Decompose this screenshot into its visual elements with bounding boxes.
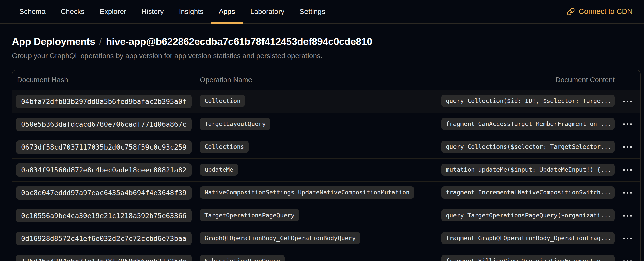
operation-name-cell: Collections — [200, 141, 441, 154]
row-menu-button[interactable] — [621, 211, 634, 220]
main-content: App Deployments / hive-app@b622862ecdba7… — [0, 36, 644, 261]
document-content-cell: fragment BillingView_OrganizationFragmen… — [441, 255, 615, 261]
operation-name-cell: GraphQLOperationBody_GetOperationBodyQue… — [200, 232, 441, 245]
nav-item-label: Checks — [61, 8, 84, 16]
column-header-document-hash: Document Hash — [12, 76, 200, 84]
row-menu-button[interactable] — [621, 188, 634, 197]
operation-name-value: SubscriptionPageQuery — [200, 255, 285, 261]
document-hash-cell: 0c10556a9be4ca30e19e21c1218a592b75e63366 — [12, 209, 200, 222]
document-content-value: fragment CanAccessTarget_MemberFragment … — [441, 118, 615, 130]
operation-name-cell: updateMe — [200, 164, 441, 177]
document-content-cell: fragment GraphQLOperationBody_OperationF… — [441, 232, 615, 245]
nav-item-label: Insights — [179, 8, 203, 16]
document-content-cell: mutation updateMe($input: UpdateMeInput!… — [441, 164, 615, 177]
operation-name-cell: NativeCompositionSettings_UpdateNativeCo… — [200, 186, 441, 200]
nav-tabs: Schema Checks Explorer History Insights … — [12, 0, 333, 23]
table-row[interactable]: 126d46a4284abe31c13c78f7959d56eeb21725dc… — [12, 250, 640, 261]
nav-tab-settings[interactable]: Settings — [292, 0, 333, 23]
nav-tab-checks[interactable]: Checks — [53, 0, 92, 23]
row-menu-button[interactable] — [621, 234, 634, 243]
document-content-value: mutation updateMe($input: UpdateMeInput!… — [441, 164, 615, 176]
connect-to-cdn-label: Connect to CDN — [579, 7, 633, 16]
document-hash-cell: 0673df58cd7037117035b2d0c758f59c0c93c259 — [12, 140, 200, 154]
document-hash-cell: 050e5b363dafdcacd6780e706cadf771d06a867c — [12, 118, 200, 131]
document-hash-value: 126d46a4284abe31c13c78f7959d56eeb21725dc — [16, 255, 192, 261]
row-menu-button[interactable] — [621, 97, 634, 106]
nav-item-label: Settings — [300, 8, 325, 16]
breadcrumb-separator: / — [99, 36, 102, 47]
top-navbar: Schema Checks Explorer History Insights … — [0, 0, 644, 24]
nav-spacer — [333, 0, 567, 23]
document-content-value: fragment IncrementalNativeCompositionSwi… — [441, 186, 615, 199]
nav-tab-apps[interactable]: Apps — [211, 0, 243, 23]
ellipsis-icon — [623, 238, 632, 239]
document-hash-value: 0ac8e047eddd97a97eac6435a4b694f4e3648f39 — [16, 186, 192, 200]
ellipsis-icon — [623, 192, 632, 194]
nav-tab-explorer[interactable]: Explorer — [92, 0, 134, 23]
document-hash-cell: 0ac8e047eddd97a97eac6435a4b694f4e3648f39 — [12, 186, 200, 200]
table-row[interactable]: 0ac8e047eddd97a97eac6435a4b694f4e3648f39… — [12, 181, 640, 204]
document-content-value: fragment BillingView_OrganizationFragmen… — [441, 255, 615, 261]
table-row[interactable]: 04bfa72dfb83b297dd8a5b6fed9bafac2b395a0f… — [12, 90, 640, 113]
document-content-cell: fragment CanAccessTarget_MemberFragment … — [441, 118, 615, 131]
nav-item-label: Explorer — [100, 8, 126, 16]
operation-name-cell: SubscriptionPageQuery — [200, 255, 441, 261]
operation-name-value: Collection — [200, 95, 245, 107]
ellipsis-icon — [623, 169, 632, 171]
nav-tab-laboratory[interactable]: Laboratory — [243, 0, 292, 23]
operation-name-value: NativeCompositionSettings_UpdateNativeCo… — [200, 186, 414, 199]
document-hash-value: 0a834f91560d872e8c4bec0ade18ceec88821a82 — [16, 163, 192, 177]
table-row[interactable]: 0c10556a9be4ca30e19e21c1218a592b75e63366… — [12, 204, 640, 227]
row-menu-button[interactable] — [621, 257, 634, 261]
nav-item-label: History — [141, 8, 164, 16]
document-content-value: fragment GraphQLOperationBody_OperationF… — [441, 232, 615, 244]
document-hash-value: 0673df58cd7037117035b2d0c758f59c0c93c259 — [16, 140, 192, 154]
row-menu-button[interactable] — [621, 166, 634, 174]
document-content-cell: query TargetOperationsPageQuery($organiz… — [441, 209, 615, 222]
document-content-value: query TargetOperationsPageQuery($organiz… — [441, 209, 615, 221]
document-hash-cell: 126d46a4284abe31c13c78f7959d56eeb21725dc — [12, 255, 200, 261]
table-row[interactable]: 0673df58cd7037117035b2d0c758f59c0c93c259… — [12, 136, 640, 158]
nav-tab-insights[interactable]: Insights — [171, 0, 211, 23]
connect-to-cdn-button[interactable]: Connect to CDN — [567, 0, 633, 23]
table-row[interactable]: 050e5b363dafdcacd6780e706cadf771d06a867c… — [12, 113, 640, 136]
column-header-document-content: Document Content — [441, 76, 615, 84]
operation-name-cell: TargetLayoutQuery — [200, 118, 441, 131]
page-head: App Deployments / hive-app@b622862ecdba7… — [12, 36, 644, 60]
document-content-cell: query Collection($id: ID!, $selector: Ta… — [441, 95, 615, 108]
table-body: 04bfa72dfb83b297dd8a5b6fed9bafac2b395a0f… — [12, 90, 640, 261]
operation-name-value: GraphQLOperationBody_GetOperationBodyQue… — [200, 232, 360, 244]
table-row[interactable]: 0d16928d8572c41ef6e032d2c7c72ccbd6e73baa… — [12, 227, 640, 250]
table-header-row: Document Hash Operation Name Document Co… — [12, 70, 640, 90]
document-content-value: query Collections($selector: TargetSelec… — [441, 141, 615, 153]
row-menu-button[interactable] — [621, 143, 634, 152]
operation-name-cell: Collection — [200, 95, 441, 108]
column-header-operation-name: Operation Name — [200, 76, 441, 84]
ellipsis-icon — [623, 101, 632, 102]
operation-name-value: TargetLayoutQuery — [200, 118, 270, 130]
operation-name-cell: TargetOperationsPageQuery — [200, 209, 441, 222]
breadcrumb: App Deployments / hive-app@b622862ecdba7… — [12, 36, 644, 47]
operation-name-value: updateMe — [200, 164, 238, 176]
document-hash-cell: 0d16928d8572c41ef6e032d2c7c72ccbd6e73baa — [12, 232, 200, 245]
deployments-table: Document Hash Operation Name Document Co… — [12, 70, 641, 261]
breadcrumb-root: App Deployments — [12, 36, 95, 47]
nav-tab-schema[interactable]: Schema — [12, 0, 53, 23]
document-hash-value: 04bfa72dfb83b297dd8a5b6fed9bafac2b395a0f — [16, 95, 192, 108]
document-content-cell: query Collections($selector: TargetSelec… — [441, 141, 615, 154]
ellipsis-icon — [623, 146, 632, 148]
nav-item-label: Laboratory — [250, 8, 284, 16]
app-version-title: hive-app@b622862ecdba7c61b78f412453def89… — [106, 36, 372, 47]
ellipsis-icon — [623, 215, 632, 217]
table-row[interactable]: 0a834f91560d872e8c4bec0ade18ceec88821a82… — [12, 158, 640, 181]
link-icon — [567, 8, 575, 16]
nav-item-label: Schema — [19, 8, 46, 16]
row-menu-button[interactable] — [621, 120, 634, 129]
document-hash-cell: 0a834f91560d872e8c4bec0ade18ceec88821a82 — [12, 163, 200, 177]
nav-tab-history[interactable]: History — [134, 0, 171, 23]
document-hash-value: 0d16928d8572c41ef6e032d2c7c72ccbd6e73baa — [16, 232, 192, 245]
document-content-cell: fragment IncrementalNativeCompositionSwi… — [441, 186, 615, 200]
operation-name-value: TargetOperationsPageQuery — [200, 209, 299, 221]
document-hash-cell: 04bfa72dfb83b297dd8a5b6fed9bafac2b395a0f — [12, 95, 200, 108]
document-hash-value: 050e5b363dafdcacd6780e706cadf771d06a867c — [16, 118, 192, 131]
